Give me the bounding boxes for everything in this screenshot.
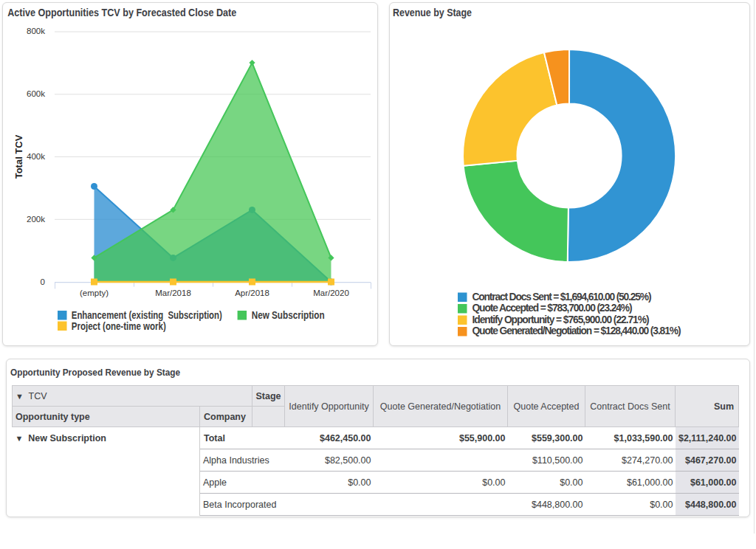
- svg-text:600k: 600k: [27, 89, 45, 98]
- svg-text:400k: 400k: [27, 152, 45, 161]
- svg-text:New Subscription: New Subscription: [252, 310, 325, 321]
- svg-text:Mar/2020: Mar/2020: [313, 289, 349, 297]
- svg-text:Opportunity Proposed Revenue b: Opportunity Proposed Revenue by Stage: [10, 367, 180, 378]
- svg-text:Enhancement (existing Subscri: Enhancement (existing Subscription): [72, 310, 222, 321]
- svg-text:Total TCV: Total TCV: [13, 134, 24, 179]
- svg-text:Identify Opportunity = $765,90: Identify Opportunity = $765,900.00 (22.7…: [472, 314, 650, 325]
- svg-text:(empty): (empty): [80, 289, 109, 297]
- svg-text:Revenue by Stage: Revenue by Stage: [393, 7, 472, 18]
- svg-text:Active Opportunities TCV by Fo: Active Opportunities TCV by Forecasted C…: [7, 7, 236, 18]
- svg-text:0: 0: [41, 277, 45, 286]
- svg-text:Quote Accepted = $783,700.00 (: Quote Accepted = $783,700.00 (23.24%): [472, 303, 633, 314]
- svg-text:Quote Generated/Negotiation =: Quote Generated/Negotiation = $128,440.0…: [472, 325, 681, 336]
- svg-text:800k: 800k: [27, 27, 45, 35]
- svg-text:Project (one-time work): Project (one-time work): [72, 321, 166, 332]
- svg-text:200k: 200k: [27, 215, 45, 224]
- svg-text:Contract Docs Sent = $1,694,61: Contract Docs Sent = $1,694,610.00 (50.2…: [472, 291, 652, 303]
- svg-text:Mar/2018: Mar/2018: [155, 289, 191, 297]
- svg-text:Apr/2018: Apr/2018: [235, 289, 269, 297]
